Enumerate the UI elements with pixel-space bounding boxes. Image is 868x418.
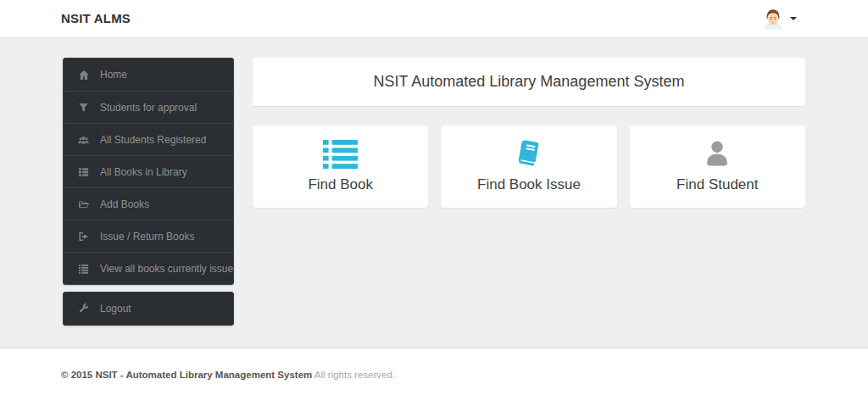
- brand-link[interactable]: NSIT ALMS: [61, 0, 131, 37]
- card-label: Find Book: [308, 176, 373, 193]
- footer: © 2015 NSIT - Automated Library Manageme…: [0, 348, 868, 418]
- action-cards: Find Book Find Book Issue: [253, 125, 805, 208]
- content-area: Home Students for approval: [0, 38, 868, 348]
- list-icon: [323, 136, 358, 173]
- card-label: Find Book Issue: [477, 176, 581, 193]
- list-icon: [77, 264, 90, 274]
- filter-icon: [77, 103, 90, 113]
- page-title: NSIT Automated Library Management System: [374, 73, 685, 91]
- logout-panel: Logout: [63, 292, 234, 326]
- sidebar-item-label: All Students Registered: [100, 134, 206, 146]
- sidebar-item-logout[interactable]: Logout: [64, 293, 233, 325]
- sidebar-item-label: Logout: [100, 303, 131, 315]
- book-icon: [512, 136, 546, 173]
- chevron-down-icon: [790, 17, 797, 20]
- sidebar-item-label: Add Books: [100, 198, 149, 210]
- footer-copyright: © 2015 NSIT - Automated Library Manageme…: [61, 370, 312, 380]
- sidebar-menu: Home Students for approval: [63, 58, 234, 285]
- sidebar-item-add-books[interactable]: Add Books: [64, 187, 233, 220]
- card-label: Find Student: [676, 176, 758, 193]
- sidebar-item-label: Students for approval: [100, 102, 197, 114]
- wrench-icon: [77, 304, 90, 314]
- find-book-card[interactable]: Find Book: [253, 125, 428, 208]
- sign-out-icon: [77, 231, 90, 242]
- sidebar-item-students-for-approval[interactable]: Students for approval: [64, 91, 233, 123]
- sidebar: Home Students for approval: [63, 58, 234, 326]
- sidebar-item-label: View all books currently issued: [100, 263, 234, 275]
- user-menu[interactable]: [762, 0, 797, 37]
- sidebar-item-home[interactable]: Home: [64, 59, 233, 91]
- sidebar-item-issue-return[interactable]: Issue / Return Books: [64, 220, 233, 252]
- find-student-card[interactable]: Find Student: [630, 125, 805, 208]
- folder-open-icon: [77, 199, 90, 209]
- sidebar-item-label: All Books in Library: [100, 166, 187, 178]
- sidebar-item-all-books[interactable]: All Books in Library: [64, 155, 233, 187]
- home-icon: [77, 70, 90, 81]
- user-icon: [701, 136, 733, 173]
- sidebar-item-label: Issue / Return Books: [100, 231, 194, 242]
- app: NSIT ALMS Home: [0, 0, 868, 418]
- footer-rights: All rights reserved.: [314, 370, 395, 380]
- user-avatar: [762, 8, 784, 30]
- main-panel: NSIT Automated Library Management System…: [253, 58, 805, 208]
- page-title-card: NSIT Automated Library Management System: [253, 58, 805, 106]
- users-icon: [77, 135, 90, 145]
- find-book-issue-card[interactable]: Find Book Issue: [441, 125, 616, 208]
- top-navbar: NSIT ALMS: [0, 0, 868, 38]
- sidebar-item-label: Home: [100, 69, 127, 81]
- th-list-icon: [77, 167, 90, 177]
- sidebar-item-all-students[interactable]: All Students Registered: [64, 123, 233, 155]
- sidebar-item-view-issued[interactable]: View all books currently issued: [64, 252, 233, 284]
